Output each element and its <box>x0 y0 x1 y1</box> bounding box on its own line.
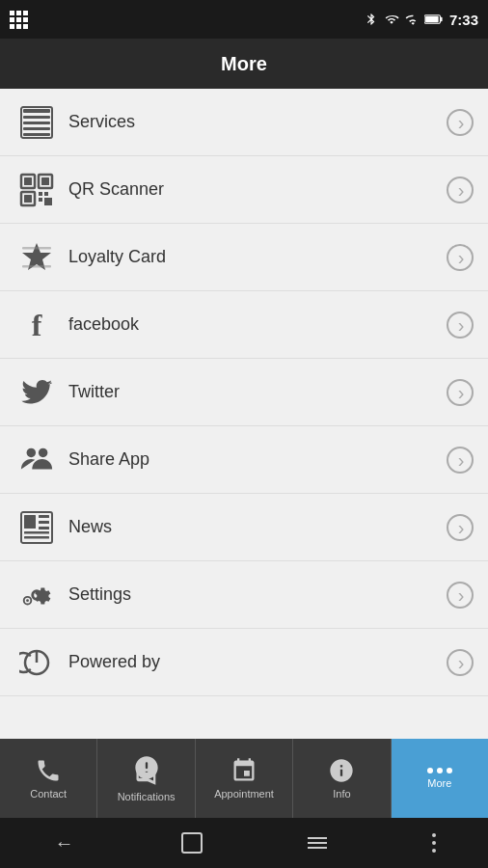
facebook-label: facebook <box>68 314 447 335</box>
status-bar: 7:33 <box>0 0 488 39</box>
svg-rect-6 <box>23 127 50 130</box>
news-icon <box>14 505 59 550</box>
loyalty-card-chevron <box>447 244 474 271</box>
twitter-chevron <box>447 379 474 406</box>
bluetooth-icon <box>365 13 378 26</box>
back-button[interactable]: ← <box>53 831 76 854</box>
svg-rect-3 <box>23 109 50 113</box>
menu-item-facebook[interactable]: f facebook <box>0 291 488 359</box>
menu-item-qr-scanner[interactable]: QR Scanner <box>0 156 488 224</box>
nav-item-more[interactable]: More <box>392 739 488 818</box>
svg-rect-26 <box>39 515 49 518</box>
home-button[interactable] <box>181 832 203 854</box>
twitter-icon <box>14 370 59 415</box>
notifications-nav-label: Notifications <box>118 791 176 802</box>
menu-item-powered-by[interactable]: Powered by <box>0 629 488 696</box>
menu-list: Services QR Scanner <box>0 89 488 696</box>
settings-chevron <box>447 582 474 609</box>
twitter-label: Twitter <box>68 382 447 402</box>
menu-item-settings[interactable]: Settings <box>0 561 488 629</box>
nav-item-contact[interactable]: Contact <box>0 739 97 818</box>
services-chevron <box>447 109 474 136</box>
services-icon <box>14 100 59 145</box>
svg-point-32 <box>26 599 29 602</box>
svg-rect-30 <box>24 536 49 539</box>
svg-rect-21 <box>22 265 51 268</box>
powered-by-chevron <box>447 649 474 676</box>
recents-button[interactable] <box>308 837 327 849</box>
more-nav-label: More <box>427 777 451 789</box>
svg-rect-28 <box>39 527 49 529</box>
svg-rect-1 <box>440 17 442 21</box>
news-chevron <box>447 514 474 541</box>
powered-by-label: Powered by <box>68 652 447 672</box>
app-header: More <box>0 39 488 89</box>
menu-item-services[interactable]: Services <box>0 89 488 156</box>
status-bar-right: 7:33 <box>365 12 478 28</box>
appointment-nav-label: Appointment <box>214 788 274 800</box>
qr-scanner-label: QR Scanner <box>68 179 447 200</box>
loyalty-icon <box>14 235 59 280</box>
phone-icon <box>35 757 62 784</box>
calendar-icon <box>230 757 258 784</box>
share-icon <box>14 438 59 482</box>
svg-rect-5 <box>23 122 50 124</box>
bottom-nav: Contact Notifications Appointment Info M… <box>0 739 488 818</box>
share-app-label: Share App <box>68 449 447 470</box>
loyalty-card-label: Loyalty Card <box>68 247 447 267</box>
info-icon <box>328 757 355 784</box>
svg-rect-4 <box>23 116 50 119</box>
svg-rect-17 <box>39 198 42 202</box>
menu-item-share-app[interactable]: Share App <box>0 426 488 494</box>
news-label: News <box>68 517 447 537</box>
nav-item-notifications[interactable]: Notifications <box>97 739 195 818</box>
svg-rect-27 <box>39 521 49 524</box>
settings-icon <box>14 573 59 617</box>
settings-label: Settings <box>68 584 447 605</box>
svg-rect-12 <box>41 177 49 185</box>
grid-icon <box>10 11 28 29</box>
facebook-icon: f <box>14 303 59 347</box>
android-nav-bar: ← <box>0 818 488 868</box>
svg-rect-7 <box>23 133 50 136</box>
menu-item-loyalty-card[interactable]: Loyalty Card <box>0 224 488 291</box>
battery-icon <box>424 14 444 25</box>
svg-rect-29 <box>24 531 49 534</box>
svg-rect-18 <box>44 198 52 205</box>
facebook-chevron <box>447 312 474 339</box>
nav-item-info[interactable]: Info <box>293 739 391 818</box>
more-dots-icon <box>427 768 452 773</box>
menu-item-news[interactable]: News <box>0 494 488 561</box>
svg-rect-16 <box>44 192 48 196</box>
qr-icon <box>14 168 59 212</box>
page-title: More <box>221 53 267 75</box>
status-bar-left <box>10 11 28 29</box>
svg-point-23 <box>39 448 47 456</box>
menu-item-twitter[interactable]: Twitter <box>0 359 488 426</box>
svg-rect-10 <box>24 177 32 185</box>
contact-nav-label: Contact <box>30 788 67 800</box>
svg-rect-14 <box>24 195 32 203</box>
status-time: 7:33 <box>449 12 478 28</box>
svg-rect-25 <box>24 515 36 529</box>
nav-item-appointment[interactable]: Appointment <box>196 739 293 818</box>
info-nav-label: Info <box>333 788 350 800</box>
signal-icon <box>405 13 419 26</box>
svg-rect-2 <box>425 16 439 22</box>
overflow-button[interactable] <box>432 833 436 853</box>
megaphone-icon <box>133 760 160 787</box>
wifi-icon <box>384 13 399 26</box>
services-label: Services <box>68 112 447 132</box>
power-icon <box>14 640 59 685</box>
svg-rect-15 <box>39 192 42 196</box>
svg-point-22 <box>27 448 36 456</box>
svg-rect-20 <box>22 247 51 250</box>
qr-scanner-chevron <box>447 176 474 203</box>
share-app-chevron <box>447 447 474 474</box>
